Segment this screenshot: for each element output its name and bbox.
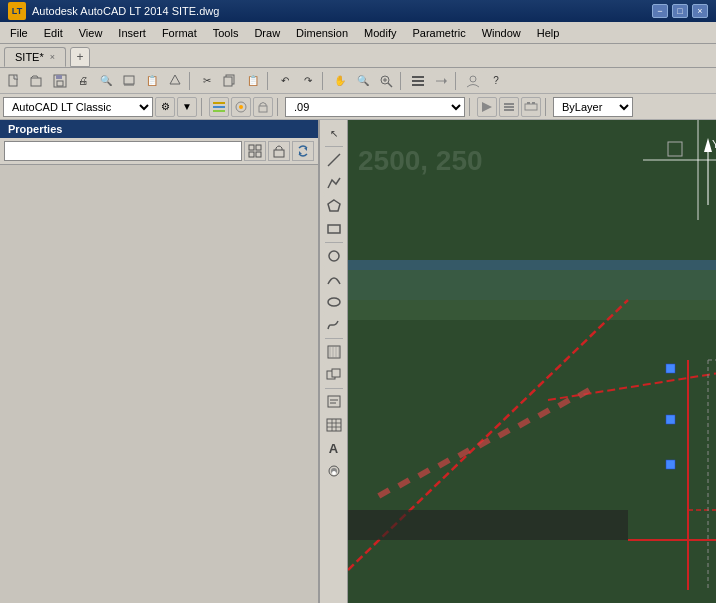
- publish-button[interactable]: 📋: [141, 70, 163, 92]
- vtb-polygon-tool[interactable]: [323, 195, 345, 217]
- menu-window[interactable]: Window: [474, 22, 529, 43]
- bylayer-selector[interactable]: ByLayer: [553, 97, 633, 117]
- zoom-window-button[interactable]: [375, 70, 397, 92]
- vtb-table-tool[interactable]: [323, 414, 345, 436]
- svg-line-11: [388, 83, 392, 87]
- preview-button[interactable]: 🔍: [95, 70, 117, 92]
- svg-rect-93: [557, 397, 570, 408]
- print-button[interactable]: 🖨: [72, 70, 94, 92]
- tab-site[interactable]: SITE* ×: [4, 47, 66, 67]
- open-button[interactable]: [26, 70, 48, 92]
- workspace-settings-button[interactable]: ⚙: [155, 97, 175, 117]
- window-controls[interactable]: − □ ×: [652, 4, 708, 18]
- vtb-multiline-text-tool[interactable]: [323, 391, 345, 413]
- layer-dropdown[interactable]: .09: [285, 97, 465, 117]
- svg-line-66: [548, 370, 716, 400]
- vtb-hatch-tool[interactable]: [323, 341, 345, 363]
- new-tab-button[interactable]: +: [70, 47, 90, 67]
- svg-rect-15: [412, 80, 424, 82]
- svg-rect-35: [256, 152, 261, 157]
- vtb-circle-tool[interactable]: [323, 245, 345, 267]
- pan-button[interactable]: ✋: [329, 70, 351, 92]
- svg-rect-9: [224, 77, 232, 86]
- vtb-ellipse-tool[interactable]: [323, 291, 345, 313]
- separator-4: [400, 72, 404, 90]
- properties-grid-button[interactable]: [244, 141, 266, 161]
- new-button[interactable]: [3, 70, 25, 92]
- workspace-menu-button[interactable]: ▼: [177, 97, 197, 117]
- autodesk-account-button[interactable]: [462, 70, 484, 92]
- vtb-block-tool[interactable]: [323, 364, 345, 386]
- svg-rect-4: [57, 81, 63, 86]
- svg-rect-91: [517, 417, 530, 428]
- properties-refresh-button[interactable]: [292, 141, 314, 161]
- matchprop-button[interactable]: [430, 70, 452, 92]
- 3d-print-button[interactable]: [164, 70, 186, 92]
- svg-text:2500, 250: 2500, 250: [358, 145, 483, 176]
- svg-rect-32: [249, 145, 254, 150]
- menu-tools[interactable]: Tools: [205, 22, 247, 43]
- vtb-arc-tool[interactable]: [323, 268, 345, 290]
- vtb-rectangle-tool[interactable]: [323, 218, 345, 240]
- main-toolbar: 🖨 🔍 📋 ✂ 📋 ↶ ↷ ✋ 🔍 ?: [0, 68, 716, 94]
- zoom-realtime-button[interactable]: 🔍: [352, 70, 374, 92]
- redo-button[interactable]: ↷: [297, 70, 319, 92]
- menu-file[interactable]: File: [2, 22, 36, 43]
- cut-button[interactable]: ✂: [196, 70, 218, 92]
- vtb-text-tool[interactable]: A: [323, 437, 345, 459]
- maximize-button[interactable]: □: [672, 4, 688, 18]
- svg-rect-76: [666, 460, 675, 469]
- copy-button[interactable]: [219, 70, 241, 92]
- save-button[interactable]: [49, 70, 71, 92]
- menu-insert[interactable]: Insert: [110, 22, 154, 43]
- minimize-button[interactable]: −: [652, 4, 668, 18]
- drawing-canvas[interactable]: 2500, 250 × Y: [348, 120, 716, 603]
- svg-rect-90: [497, 427, 510, 438]
- svg-rect-28: [504, 109, 514, 111]
- sep-layer2: [469, 98, 473, 116]
- menu-dimension[interactable]: Dimension: [288, 22, 356, 43]
- vtb-gradient-tool[interactable]: [323, 460, 345, 482]
- close-button[interactable]: ×: [692, 4, 708, 18]
- menu-view[interactable]: View: [71, 22, 111, 43]
- properties-lock-button[interactable]: [268, 141, 290, 161]
- workspace-toolbar: AutoCAD LT Classic ⚙ ▼ .09 ByLayer: [0, 94, 716, 120]
- vtb-spline-tool[interactable]: [323, 314, 345, 336]
- menu-help[interactable]: Help: [529, 22, 568, 43]
- menu-parametric[interactable]: Parametric: [404, 22, 473, 43]
- menu-modify[interactable]: Modify: [356, 22, 404, 43]
- tab-close-icon[interactable]: ×: [50, 52, 55, 62]
- paste-button[interactable]: 📋: [242, 70, 264, 92]
- layer-prev-button[interactable]: [499, 97, 519, 117]
- undo-button[interactable]: ↶: [274, 70, 296, 92]
- help-button[interactable]: ?: [485, 70, 507, 92]
- separator-5: [455, 72, 459, 90]
- svg-rect-72: [668, 142, 682, 156]
- layer-manager-button[interactable]: [209, 97, 229, 117]
- svg-rect-21: [213, 106, 225, 108]
- freeze-layer-button[interactable]: [231, 97, 251, 117]
- lock-layer-button[interactable]: [253, 97, 273, 117]
- properties-input[interactable]: [4, 141, 242, 161]
- svg-rect-88: [457, 447, 470, 458]
- properties-panel: Properties: [0, 120, 320, 603]
- svg-rect-26: [504, 103, 514, 105]
- svg-rect-1: [31, 78, 41, 86]
- workspace-selector[interactable]: AutoCAD LT Classic: [3, 97, 153, 117]
- layer-state-button[interactable]: [477, 97, 497, 117]
- svg-rect-3: [56, 75, 62, 79]
- svg-marker-18: [444, 78, 447, 84]
- vtb-line-tool[interactable]: [323, 149, 345, 171]
- menu-draw[interactable]: Draw: [246, 22, 288, 43]
- properties-button[interactable]: [407, 70, 429, 92]
- svg-rect-31: [532, 102, 535, 104]
- svg-rect-27: [504, 106, 514, 108]
- menu-format[interactable]: Format: [154, 22, 205, 43]
- plot-manager-button[interactable]: [118, 70, 140, 92]
- vtb-select-tool[interactable]: ↖: [323, 122, 345, 144]
- svg-rect-87: [437, 457, 450, 468]
- vtb-sep-1: [325, 146, 343, 147]
- vtb-polyline-tool[interactable]: [323, 172, 345, 194]
- layer-config-button[interactable]: [521, 97, 541, 117]
- menu-edit[interactable]: Edit: [36, 22, 71, 43]
